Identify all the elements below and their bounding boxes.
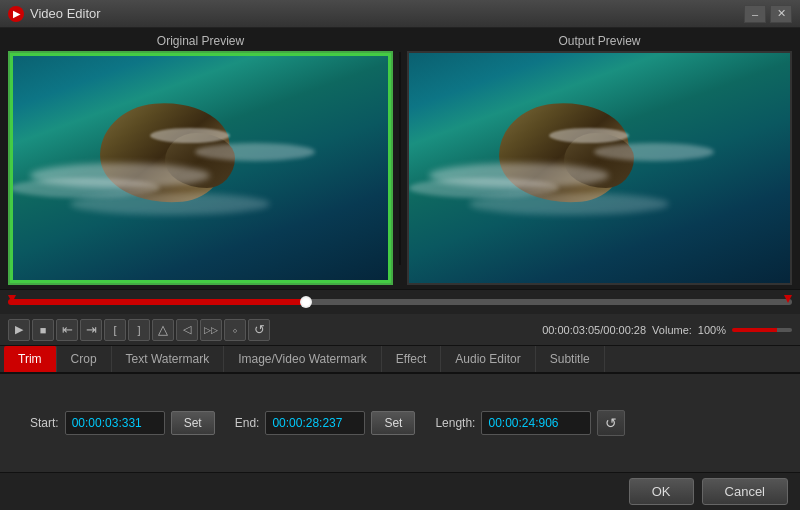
trim-button[interactable]: △: [152, 319, 174, 341]
tab-text-watermark[interactable]: Text Watermark: [112, 346, 225, 372]
title-bar: ▶ Video Editor – ✕: [0, 0, 800, 28]
scrubber-start-marker: [8, 295, 16, 303]
title-text: Video Editor: [30, 6, 744, 21]
volume-slider-area[interactable]: [732, 328, 792, 332]
minimize-button[interactable]: –: [744, 5, 766, 23]
end-input[interactable]: [265, 411, 365, 435]
undo-trim-button[interactable]: ↺: [597, 410, 625, 436]
original-preview-label: Original Preview: [8, 32, 393, 51]
original-preview-panel: Original Preview: [8, 32, 393, 285]
ok-button[interactable]: OK: [629, 478, 694, 505]
tab-trim[interactable]: Trim: [4, 346, 57, 372]
next-frame-button[interactable]: ⇥: [80, 319, 102, 341]
mark-out-button[interactable]: ]: [128, 319, 150, 341]
set-end-button[interactable]: Set: [371, 411, 415, 435]
volume-value: 100%: [698, 324, 726, 336]
cancel-button[interactable]: Cancel: [702, 478, 788, 505]
footer: OK Cancel: [0, 472, 800, 510]
close-button[interactable]: ✕: [770, 5, 792, 23]
time-current: 00:00:03:05/00:00:28: [542, 324, 646, 336]
stop-button[interactable]: ■: [32, 319, 54, 341]
length-field-group: Length: ↺: [435, 410, 625, 436]
output-preview-label: Output Preview: [407, 32, 792, 51]
original-scene: [10, 53, 391, 283]
tab-crop[interactable]: Crop: [57, 346, 112, 372]
timeline-area[interactable]: [0, 290, 800, 314]
transport-area: ▶ ■ ⇤ ⇥ [ ] △ ◁ ▷▷ ⬦ ↺ 00:00:03:05/00:00…: [0, 314, 800, 346]
split-button[interactable]: ⬦: [224, 319, 246, 341]
tab-subtitle[interactable]: Subtitle: [536, 346, 605, 372]
rewind-button[interactable]: ◁: [176, 319, 198, 341]
time-display: 00:00:03:05/00:00:28 Volume: 100%: [542, 324, 792, 336]
start-field-group: Start: Set: [30, 411, 215, 435]
volume-track[interactable]: [732, 328, 792, 332]
start-input[interactable]: [65, 411, 165, 435]
prev-frame-button[interactable]: ⇤: [56, 319, 78, 341]
scrubber-thumb[interactable]: [300, 296, 312, 308]
output-preview-panel: Output Preview: [407, 32, 792, 285]
scrubber-end-marker: [784, 295, 792, 303]
set-start-button[interactable]: Set: [171, 411, 215, 435]
original-video[interactable]: [8, 51, 393, 285]
preview-area: Original Preview: [0, 28, 800, 290]
tab-image-video-watermark[interactable]: Image/Video Watermark: [224, 346, 382, 372]
ff-button[interactable]: ▷▷: [200, 319, 222, 341]
volume-label: Volume:: [652, 324, 692, 336]
app-icon: ▶: [8, 6, 24, 22]
scrubber-track[interactable]: [8, 299, 792, 305]
output-scene: [409, 53, 790, 283]
window-controls: – ✕: [744, 5, 792, 23]
trim-content-area: Start: Set End: Set Length: ↺: [0, 374, 800, 472]
tab-bar: Trim Crop Text Watermark Image/Video Wat…: [0, 346, 800, 374]
length-input[interactable]: [481, 411, 591, 435]
tab-audio-editor[interactable]: Audio Editor: [441, 346, 535, 372]
end-label: End:: [235, 416, 260, 430]
preview-divider: [399, 52, 401, 265]
output-video[interactable]: [407, 51, 792, 285]
mark-in-button[interactable]: [: [104, 319, 126, 341]
length-label: Length:: [435, 416, 475, 430]
tab-effect[interactable]: Effect: [382, 346, 441, 372]
play-button[interactable]: ▶: [8, 319, 30, 341]
start-label: Start:: [30, 416, 59, 430]
end-field-group: End: Set: [235, 411, 416, 435]
undo-transport-button[interactable]: ↺: [248, 319, 270, 341]
